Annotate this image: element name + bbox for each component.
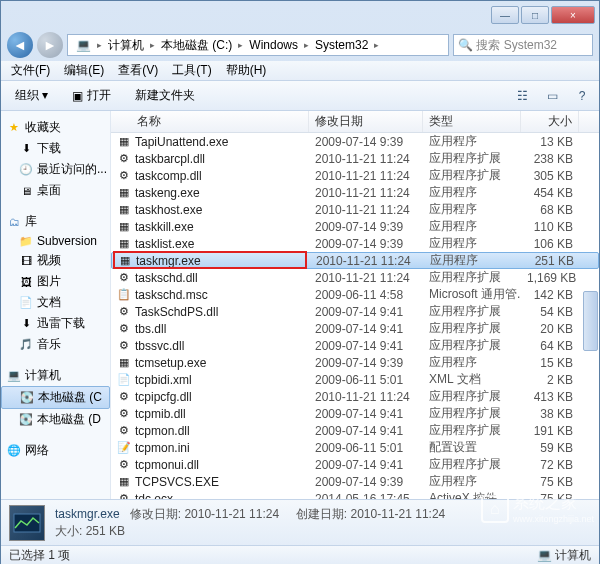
menu-edit[interactable]: 编辑(E)	[58, 60, 110, 81]
file-name: tbssvc.dll	[135, 339, 184, 353]
file-date: 2009-07-14 9:41	[309, 322, 423, 336]
file-row[interactable]: ⚙tcpipcfg.dll2010-11-21 11:24应用程序扩展413 K…	[111, 388, 599, 405]
sidebar-head-fav[interactable]: ★收藏夹	[1, 117, 110, 138]
column-header-size[interactable]: 大小	[521, 111, 579, 132]
file-row[interactable]: ▦taskkill.exe2009-07-14 9:39应用程序110 KB	[111, 218, 599, 235]
file-name: taskbarcpl.dll	[135, 152, 205, 166]
menu-help[interactable]: 帮助(H)	[220, 60, 273, 81]
file-row[interactable]: ⚙tbs.dll2009-07-14 9:41应用程序扩展20 KB	[111, 320, 599, 337]
file-type: 应用程序扩展	[423, 405, 521, 422]
file-row[interactable]: ▦TCPSVCS.EXE2009-07-14 9:39应用程序75 KB	[111, 473, 599, 490]
search-icon: 🔍	[458, 38, 473, 52]
crumb-root-icon[interactable]: 💻	[72, 36, 95, 54]
help-button[interactable]: ?	[571, 85, 593, 107]
organize-button[interactable]: 组织 ▾	[7, 84, 56, 107]
sidebar-item-icon: 🎵	[19, 338, 33, 352]
file-icon: ⚙	[117, 339, 131, 353]
column-header-type[interactable]: 类型	[423, 111, 521, 132]
file-list[interactable]: ▦TapiUnattend.exe2009-07-14 9:39应用程序13 K…	[111, 133, 599, 499]
file-size: 191 KB	[521, 424, 579, 438]
content-area: ★收藏夹⬇下载🕘最近访问的...🖥桌面🗂库📁Subversion🎞视频🖼图片📄文…	[1, 111, 599, 499]
sidebar-item-comp-1[interactable]: 💽本地磁盘 (D	[1, 409, 110, 430]
file-icon: ▦	[117, 135, 131, 149]
file-row[interactable]: ⚙tcpmon.dll2009-07-14 9:41应用程序扩展191 KB	[111, 422, 599, 439]
minimize-button[interactable]: —	[491, 6, 519, 24]
file-row[interactable]: ▦tcmsetup.exe2009-07-14 9:39应用程序15 KB	[111, 354, 599, 371]
file-name: tbs.dll	[135, 322, 166, 336]
sidebar-head-lib[interactable]: 🗂库	[1, 211, 110, 232]
file-date: 2010-11-21 11:24	[309, 186, 423, 200]
sidebar-item-icon: 💽	[20, 391, 34, 405]
file-row[interactable]: ⚙taskbarcpl.dll2010-11-21 11:24应用程序扩展238…	[111, 150, 599, 167]
computer-icon: 💻	[537, 548, 552, 562]
sidebar-item-lib-2[interactable]: 🖼图片	[1, 271, 110, 292]
file-row[interactable]: ▦tasklist.exe2009-07-14 9:39应用程序106 KB	[111, 235, 599, 252]
sidebar-item-lib-3[interactable]: 📄文档	[1, 292, 110, 313]
sidebar-item-lib-1[interactable]: 🎞视频	[1, 250, 110, 271]
file-name: tcpmonui.dll	[135, 458, 199, 472]
file-type: ActiveX 控件	[423, 490, 521, 499]
file-row[interactable]: ⚙taskschd.dll2010-11-21 11:24应用程序扩展1,169…	[111, 269, 599, 286]
sidebar-item-lib-0[interactable]: 📁Subversion	[1, 232, 110, 250]
sidebar-item-icon: ⬇	[19, 142, 33, 156]
status-bar: 已选择 1 项 💻 计算机	[1, 545, 599, 564]
file-row[interactable]: ⚙TaskSchdPS.dll2009-07-14 9:41应用程序扩展54 K…	[111, 303, 599, 320]
sidebar-head-comp[interactable]: 💻计算机	[1, 365, 110, 386]
close-button[interactable]: ×	[551, 6, 595, 24]
menu-file[interactable]: 文件(F)	[5, 60, 56, 81]
file-row[interactable]: ▦taskhost.exe2010-11-21 11:24应用程序68 KB	[111, 201, 599, 218]
menu-bar: 文件(F) 编辑(E) 查看(V) 工具(T) 帮助(H)	[1, 61, 599, 81]
file-row[interactable]: ⚙taskcomp.dll2010-11-21 11:24应用程序扩展305 K…	[111, 167, 599, 184]
crumb-1[interactable]: 本地磁盘 (C:)	[157, 36, 236, 54]
preview-pane-button[interactable]: ▭	[541, 85, 563, 107]
details-size-value: 251 KB	[86, 524, 125, 538]
crumb-3[interactable]: System32	[311, 36, 372, 54]
file-row[interactable]: 📝tcpmon.ini2009-06-11 5:01配置设置59 KB	[111, 439, 599, 456]
search-input[interactable]: 🔍 搜索 System32	[453, 34, 593, 56]
nav-back-button[interactable]: ◄	[7, 32, 33, 58]
file-date: 2009-06-11 5:01	[309, 441, 423, 455]
crumb-separator: ▸	[304, 40, 309, 50]
file-date: 2010-11-21 11:24	[309, 271, 423, 285]
file-row[interactable]: ⚙tbssvc.dll2009-07-14 9:41应用程序扩展64 KB	[111, 337, 599, 354]
column-header-name[interactable]: 名称	[111, 111, 309, 132]
file-name: tcmsetup.exe	[135, 356, 206, 370]
file-icon: ▦	[117, 475, 131, 489]
sidebar-item-fav-1[interactable]: 🕘最近访问的...	[1, 159, 110, 180]
file-row[interactable]: 📄tcpbidi.xml2009-06-11 5:01XML 文档2 KB	[111, 371, 599, 388]
nav-forward-button[interactable]: ►	[37, 32, 63, 58]
file-icon: ▦	[117, 220, 131, 234]
file-size: 305 KB	[521, 169, 579, 183]
file-date: 2009-07-14 9:41	[309, 407, 423, 421]
open-button[interactable]: ▣ 打开	[64, 84, 119, 107]
sidebar-item-lib-5[interactable]: 🎵音乐	[1, 334, 110, 355]
menu-view[interactable]: 查看(V)	[112, 60, 164, 81]
crumb-0[interactable]: 计算机	[104, 36, 148, 54]
sidebar-item-fav-0[interactable]: ⬇下载	[1, 138, 110, 159]
sidebar: ★收藏夹⬇下载🕘最近访问的...🖥桌面🗂库📁Subversion🎞视频🖼图片📄文…	[1, 111, 111, 499]
file-icon: 📝	[117, 441, 131, 455]
scrollbar-thumb[interactable]	[583, 291, 598, 351]
menu-tools[interactable]: 工具(T)	[166, 60, 217, 81]
new-folder-button[interactable]: 新建文件夹	[127, 84, 203, 107]
file-row[interactable]: ⚙tcpmonui.dll2009-07-14 9:41应用程序扩展72 KB	[111, 456, 599, 473]
file-row[interactable]: ▦taskmgr.exe2010-11-21 11:24应用程序251 KB	[111, 252, 599, 269]
file-row[interactable]: ▦TapiUnattend.exe2009-07-14 9:39应用程序13 K…	[111, 133, 599, 150]
file-type: 应用程序	[423, 235, 521, 252]
file-date: 2010-11-21 11:24	[309, 390, 423, 404]
crumb-2[interactable]: Windows	[245, 36, 302, 54]
file-row[interactable]: ⚙tcpmib.dll2009-07-14 9:41应用程序扩展38 KB	[111, 405, 599, 422]
maximize-button[interactable]: □	[521, 6, 549, 24]
sidebar-item-fav-2[interactable]: 🖥桌面	[1, 180, 110, 201]
file-size: 38 KB	[521, 407, 579, 421]
file-row[interactable]: ⚙tdc.ocx2014-05-16 17:45ActiveX 控件75 KB	[111, 490, 599, 499]
sidebar-item-comp-0[interactable]: 💽本地磁盘 (C	[1, 386, 110, 409]
file-row[interactable]: ▦taskeng.exe2010-11-21 11:24应用程序454 KB	[111, 184, 599, 201]
sidebar-head-net[interactable]: 🌐网络	[1, 440, 110, 461]
column-header-date[interactable]: 修改日期	[309, 111, 423, 132]
file-date: 2009-07-14 9:41	[309, 339, 423, 353]
sidebar-item-lib-4[interactable]: ⬇迅雷下载	[1, 313, 110, 334]
view-mode-button[interactable]: ☷	[511, 85, 533, 107]
file-row[interactable]: 📋taskschd.msc2009-06-11 4:58Microsoft 通用…	[111, 286, 599, 303]
breadcrumb[interactable]: 💻▸计算机▸本地磁盘 (C:)▸Windows▸System32▸	[67, 34, 449, 56]
